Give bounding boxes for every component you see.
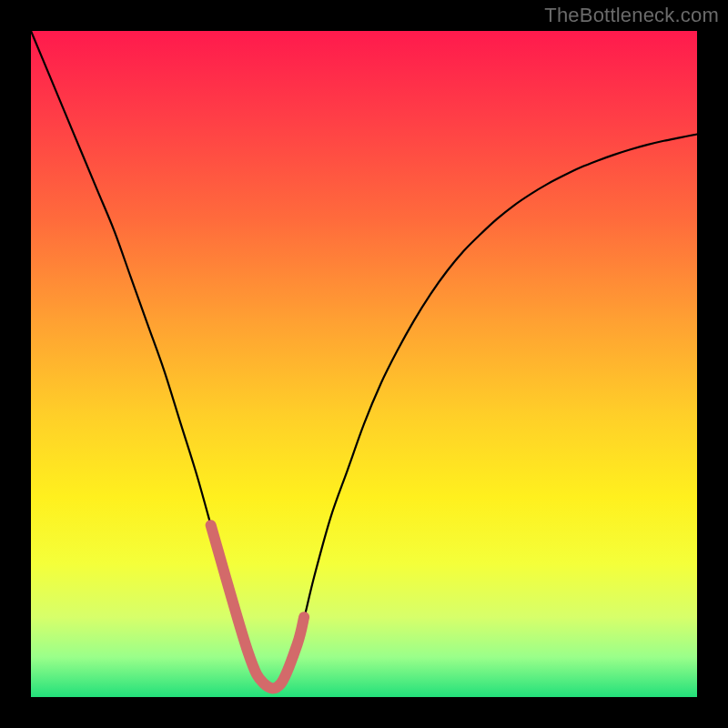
- plot-background: [31, 31, 697, 697]
- chart-frame: TheBottleneck.com: [0, 0, 728, 728]
- bottleneck-chart: [0, 0, 728, 728]
- watermark-text: TheBottleneck.com: [544, 4, 719, 27]
